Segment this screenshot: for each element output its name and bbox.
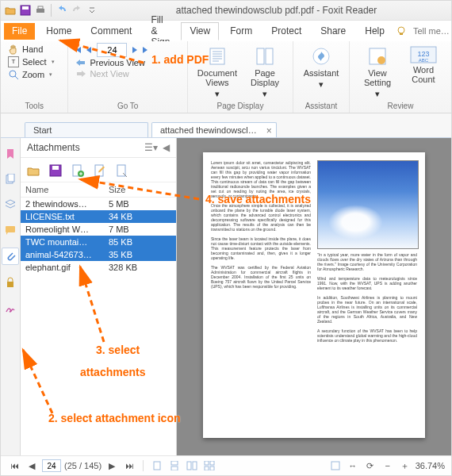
single-page-icon[interactable] (150, 459, 164, 473)
save-attachment-icon[interactable] (48, 163, 63, 178)
table-row[interactable]: Romeolight W…7 MB (21, 223, 176, 236)
col-size[interactable]: Size (109, 185, 125, 194)
tellme-input[interactable] (412, 25, 451, 36)
attachments-panel: Attachments ☰▾ ◀ Name Size 2 thewindows…… (21, 138, 177, 455)
signature-icon[interactable] (2, 300, 18, 316)
svg-rect-16 (8, 174, 14, 182)
comments-icon[interactable] (2, 222, 18, 238)
separator (51, 4, 52, 17)
svg-rect-26 (171, 461, 178, 465)
next-page-icon[interactable]: ▶ (105, 459, 119, 473)
status-page-input[interactable] (42, 459, 61, 472)
security-icon[interactable] (2, 274, 18, 290)
svg-rect-29 (193, 462, 197, 470)
rotate-icon[interactable]: ⟳ (363, 459, 377, 473)
nav-pane (1, 138, 21, 455)
svg-rect-2 (36, 9, 44, 13)
table-row[interactable]: elephant.gif328 KB (21, 261, 176, 274)
doc-tab-start[interactable]: Start (25, 122, 148, 137)
status-page-of: (25 / 145) (64, 461, 102, 470)
attachments-header: Attachments ☰▾ ◀ (21, 138, 176, 158)
table-row[interactable]: TWC mountai…85 KB (21, 236, 176, 248)
save-icon[interactable] (19, 4, 32, 17)
ribbon-group-goto: Previous View Next View Go To (68, 41, 187, 113)
group-label-pd: Page Display (193, 102, 288, 112)
svg-rect-28 (187, 462, 191, 470)
tab-form[interactable]: Form (222, 23, 260, 40)
page-display-button[interactable]: Page Display▾ (242, 43, 288, 101)
continuous-facing-icon[interactable] (202, 459, 216, 473)
last-page-icon[interactable]: ⏭ (122, 459, 136, 473)
tab-file[interactable]: File (4, 23, 35, 40)
assistant-button[interactable]: Assistant▾ (298, 43, 344, 91)
separator (143, 460, 144, 471)
hand-button[interactable]: Hand (6, 43, 63, 56)
word-count-button[interactable]: 123ABC Word Count (400, 43, 446, 101)
page-input[interactable] (97, 43, 127, 57)
doc-tab-current[interactable]: attached thewindowscl…× (151, 122, 277, 137)
tab-protect[interactable]: Protect (263, 23, 309, 40)
qat-dropdown-icon[interactable] (86, 4, 98, 17)
facing-page-icon[interactable] (185, 459, 199, 473)
prev-page-icon[interactable] (84, 45, 94, 55)
quick-access-toolbar (1, 4, 102, 17)
tab-share[interactable]: Share (312, 23, 354, 40)
add-attachment-icon[interactable] (70, 163, 86, 178)
doc-views-button[interactable]: Document Views▾ (193, 43, 242, 101)
prev-page-icon[interactable]: ◀ (25, 459, 39, 473)
folder-icon[interactable] (4, 4, 17, 17)
zoom-label: Zoom (22, 70, 44, 79)
attachments-rows: 2 thewindows…5 MBLICENSE.txt34 KBRomeoli… (21, 198, 176, 274)
zoom-in-icon[interactable]: ＋ (398, 459, 412, 473)
view-setting-label: View Setting (364, 68, 391, 87)
doc-tab-current-label: attached thewindowscl… (160, 125, 257, 135)
previous-view-button[interactable]: Previous View (73, 57, 182, 68)
panel-menu-icon[interactable]: ☰▾ (144, 142, 158, 153)
svg-rect-27 (171, 466, 178, 470)
panel-collapse-icon[interactable]: ◀ (163, 142, 170, 153)
fit-width-icon[interactable]: ↔ (346, 459, 360, 473)
pages-icon[interactable] (2, 171, 18, 187)
layers-icon[interactable] (2, 197, 18, 213)
word-count-label: Word Count (412, 65, 435, 84)
tab-help[interactable]: Help (357, 23, 393, 40)
select-button[interactable]: TSelect▾ (6, 56, 63, 68)
bookmark-icon[interactable] (2, 146, 18, 162)
ribbon-group-tools: Hand TSelect▾ Zoom▾ Tools (1, 41, 68, 113)
attachment-settings-icon[interactable] (114, 163, 130, 178)
attachments-icon[interactable] (2, 248, 19, 265)
tab-comment[interactable]: Comment (82, 23, 140, 40)
first-page-icon[interactable] (73, 45, 82, 55)
edit-attachment-icon[interactable] (92, 163, 108, 178)
table-row[interactable]: LICENSE.txt34 KB (21, 210, 176, 223)
table-row[interactable]: animal-542673…35 KB (21, 248, 176, 261)
first-page-icon[interactable]: ⏮ (7, 459, 21, 473)
next-view-label: Next View (90, 69, 128, 79)
col-name[interactable]: Name (25, 185, 109, 194)
undo-icon[interactable] (56, 4, 68, 17)
open-attachment-icon[interactable] (25, 163, 41, 178)
document-viewport[interactable]: Lorem ipsum dolor sit amet, consectetur … (177, 138, 451, 455)
tab-view[interactable]: View (181, 22, 219, 40)
print-icon[interactable] (34, 4, 47, 17)
group-label-review: Review (354, 102, 446, 112)
status-bar: ⏮ ◀ (25 / 145) ▶ ⏭ ↔ ⟳ − ＋ 36.74% (1, 455, 451, 475)
doc-tab-start-label: Start (33, 125, 52, 135)
zoom-button[interactable]: Zoom▾ (6, 68, 63, 81)
svg-rect-30 (205, 461, 209, 465)
view-setting-button[interactable]: View Setting▾ (354, 43, 400, 101)
group-label-goto: Go To (73, 102, 182, 112)
page: Lorem ipsum dolor sit amet, consectetur … (203, 152, 425, 438)
tab-home[interactable]: Home (38, 23, 79, 40)
redo-icon (71, 4, 83, 17)
svg-rect-31 (210, 461, 214, 465)
last-page-icon[interactable] (141, 45, 151, 55)
zoom-out-icon[interactable]: − (381, 459, 395, 473)
ribbon-group-pagedisplay: Document Views▾ Page Display▾ Page Displ… (188, 41, 293, 113)
fit-page-icon[interactable] (328, 459, 343, 473)
continuous-page-icon[interactable] (167, 459, 182, 473)
next-page-icon[interactable] (130, 45, 140, 55)
table-row[interactable]: 2 thewindows…5 MB (21, 198, 176, 210)
close-icon[interactable]: × (266, 125, 272, 136)
svg-rect-17 (6, 226, 15, 232)
